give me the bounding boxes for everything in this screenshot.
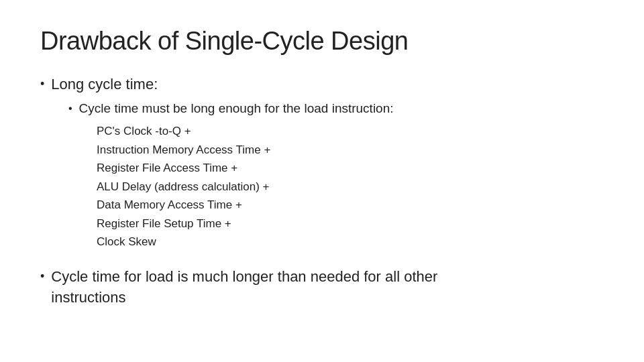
sub-item-5: Register File Setup Time + bbox=[97, 215, 604, 233]
bullet-long-cycle-label: Long cycle time: bbox=[51, 74, 158, 95]
sub-item-4: Data Memory Access Time + bbox=[97, 196, 604, 214]
bullet-cycle-time-must: • Cycle time must be long enough for the… bbox=[68, 99, 604, 118]
bullet-cycle-load: • Cycle time for load is much longer tha… bbox=[40, 267, 604, 308]
bullet-dot-2: • bbox=[68, 101, 72, 116]
sub-item-1: Instruction Memory Access Time + bbox=[97, 141, 604, 159]
bullet-long-cycle-time: • Long cycle time: bbox=[40, 74, 604, 95]
bullet-dot-1: • bbox=[40, 76, 44, 93]
sub-item-6: Clock Skew bbox=[97, 233, 604, 251]
slide-title: Drawback of Single-Cycle Design bbox=[40, 27, 604, 56]
sub-item-2: Register File Access Time + bbox=[97, 160, 604, 177]
bullet-cycle-load-line2: instructions bbox=[51, 289, 125, 306]
bullet-cycle-load-text: Cycle time for load is much longer than … bbox=[51, 267, 437, 308]
bullet-cycle-time-label: Cycle time must be long enough for the l… bbox=[79, 99, 394, 118]
sub-item-3: ALU Delay (address calculation) + bbox=[97, 178, 604, 196]
content-area: • Long cycle time: • Cycle time must be … bbox=[40, 74, 604, 308]
sub-item-0: PC's Clock -to-Q + bbox=[97, 123, 604, 140]
sub-items-list: PC's Clock -to-Q + Instruction Memory Ac… bbox=[97, 123, 604, 251]
slide: Drawback of Single-Cycle Design • Long c… bbox=[0, 0, 644, 362]
bullet-dot-3: • bbox=[40, 268, 44, 285]
bullet-cycle-load-line1: Cycle time for load is much longer than … bbox=[51, 268, 437, 285]
